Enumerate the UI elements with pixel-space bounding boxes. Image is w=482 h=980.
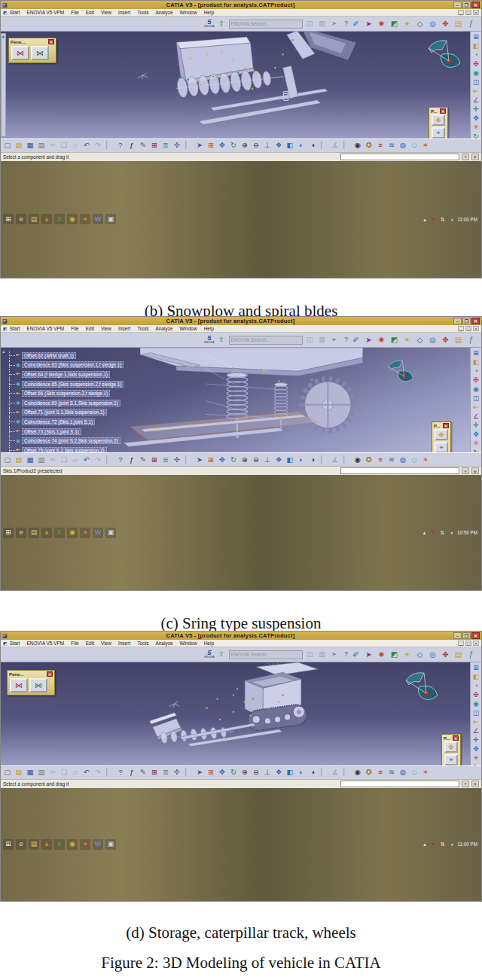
magnifier-icon[interactable]: ◎: [428, 19, 438, 29]
smart-move-icon[interactable]: ✥: [471, 115, 481, 122]
menu-analyze[interactable]: Analyze: [155, 641, 172, 646]
menu-tools[interactable]: Tools: [137, 326, 148, 331]
toolbar-divider[interactable]: ▏: [104, 768, 114, 778]
excel-icon[interactable]: X: [54, 214, 65, 224]
tree-item-constraint[interactable]: ⇤ Offset.75 (joint S.2,Skis suspension.2…: [5, 446, 174, 452]
minimize-button[interactable]: –: [453, 2, 462, 8]
formula-icon[interactable]: ƒ: [127, 455, 137, 464]
tray-volume-icon[interactable]: ◖: [449, 840, 456, 848]
fly-through-icon[interactable]: ➤: [364, 19, 374, 29]
firefox-icon[interactable]: ●: [80, 839, 90, 850]
chrome-icon[interactable]: ◉: [67, 839, 78, 850]
menu-view[interactable]: View: [101, 10, 111, 15]
swap-space-icon[interactable]: ◑: [307, 141, 318, 151]
compass-tool-icon[interactable]: ✥: [441, 19, 450, 29]
coincidence-constraint-icon[interactable]: ◉: [471, 386, 481, 393]
tray-volume-icon[interactable]: ◖: [448, 528, 455, 537]
component-icon[interactable]: ◧: [471, 674, 481, 680]
mdi-minimize-icon[interactable]: ▁: [458, 326, 464, 331]
menu-enovia-v5-vpm[interactable]: ENOVIA V5 VPM: [26, 326, 64, 331]
menu-file[interactable]: File: [71, 641, 78, 646]
mdi-minimize-icon[interactable]: ▁: [458, 10, 464, 15]
copy-icon[interactable]: ❏: [59, 455, 69, 464]
3d-compass[interactable]: [385, 358, 416, 385]
compass-tool-icon[interactable]: ✥: [441, 650, 450, 659]
move-icon[interactable]: ✥: [432, 114, 445, 126]
update-icon[interactable]: ↻: [471, 449, 481, 452]
knowledge-icon[interactable]: ƒ: [466, 19, 476, 29]
tree-item-constraint[interactable]: ◉ Coincidence.72 (Skis.1,joint S.1): [5, 417, 174, 427]
word-icon[interactable]: W: [93, 214, 103, 224]
close-icon[interactable]: ✕: [47, 671, 53, 677]
structure-icon[interactable]: ≣: [160, 768, 171, 778]
ie-browser-icon[interactable]: e: [16, 528, 26, 538]
quick-view-icon[interactable]: ◧: [285, 141, 295, 151]
catia-taskbar-icon[interactable]: ▣: [105, 839, 116, 850]
enovia-query-icon[interactable]: ◫: [305, 335, 315, 345]
minimize-button[interactable]: –: [453, 632, 462, 639]
quick-view-icon[interactable]: ◧: [285, 768, 295, 778]
media-player-icon[interactable]: ▲: [41, 839, 52, 850]
menu-file[interactable]: File: [71, 10, 78, 15]
signal-icon[interactable]: ≋: [386, 455, 397, 464]
menu-window[interactable]: Window: [180, 641, 197, 646]
enovia-query-icon[interactable]: ◫: [305, 650, 315, 659]
file-explorer-icon[interactable]: ▤: [29, 528, 39, 538]
fix-constraint-icon[interactable]: ✠: [471, 692, 481, 698]
tree-item-constraint[interactable]: ◉ Coincidence.65 (Skis suspension.2,f sl…: [5, 379, 174, 389]
paste-icon[interactable]: ▱: [70, 141, 81, 151]
light-icon[interactable]: ✦: [402, 335, 412, 345]
measure-icon[interactable]: ∡: [330, 768, 340, 778]
workbench-shelf-icon[interactable]: ≡: [375, 768, 386, 778]
ie-browser-icon[interactable]: e: [16, 214, 26, 224]
toolbar-divider[interactable]: ▏: [104, 455, 114, 464]
zoom-out-icon[interactable]: ⊖: [251, 141, 261, 151]
fix-constraint-icon[interactable]: ✠: [471, 61, 481, 68]
new-document-icon[interactable]: ▢: [2, 455, 13, 464]
tree-item-constraint[interactable]: ◉ Coincidence.63 (Skis suspension.1,f sl…: [5, 361, 174, 370]
undo-icon[interactable]: ↶: [81, 455, 92, 464]
restore-button[interactable]: ❐: [462, 632, 471, 639]
print-icon[interactable]: ▥: [36, 455, 47, 464]
camera-icon[interactable]: ◉: [352, 455, 363, 464]
word-icon[interactable]: W: [93, 528, 103, 538]
part-icon[interactable]: ◔: [471, 368, 481, 375]
mdi-close-icon[interactable]: ✕: [473, 326, 479, 331]
chrome-icon[interactable]: ◉: [67, 528, 78, 538]
input-dropdown-icon[interactable]: ▾: [462, 467, 469, 474]
whats-this-icon[interactable]: ?: [115, 455, 126, 464]
product-node-icon[interactable]: ⊞: [471, 665, 481, 671]
toolbar-divider[interactable]: ▏: [341, 141, 352, 151]
enovia-search-input[interactable]: ENOVIA Search...: [229, 336, 303, 345]
mdi-restore-icon[interactable]: ▢: [465, 10, 471, 15]
penetration-result-icon[interactable]: ⋈: [31, 46, 49, 60]
restore-button[interactable]: ❐: [462, 318, 471, 324]
rotate-icon[interactable]: ↻: [228, 141, 239, 151]
cut-icon[interactable]: ✂: [47, 768, 58, 778]
material-icon[interactable]: ◩: [389, 335, 399, 345]
save-icon[interactable]: ▦: [25, 768, 35, 778]
close-icon[interactable]: ✕: [440, 108, 446, 114]
enovia-basket-icon[interactable]: ▥: [317, 19, 327, 29]
mannequin-icon[interactable]: ✣: [172, 455, 182, 464]
status-tool-icon[interactable]: ◆: [471, 781, 479, 787]
catia-taskbar-icon[interactable]: ▣: [105, 528, 116, 538]
open-icon[interactable]: ▤: [14, 141, 24, 151]
paint-brush-icon[interactable]: ✐: [351, 19, 361, 29]
light-icon[interactable]: ✦: [402, 19, 412, 29]
close-button[interactable]: ✕: [471, 2, 480, 8]
annotation-icon[interactable]: ✎: [138, 455, 148, 464]
swap-space-icon[interactable]: ◑: [307, 768, 318, 778]
paste-icon[interactable]: ▱: [70, 455, 81, 464]
menu-window[interactable]: Window: [180, 10, 197, 15]
smart-move-icon[interactable]: ✥: [471, 431, 481, 438]
menu-help[interactable]: Help: [204, 10, 214, 15]
tray-volume-icon[interactable]: ◖: [449, 215, 456, 224]
light-icon[interactable]: ✦: [402, 650, 412, 659]
measure-icon[interactable]: ∡: [330, 455, 340, 464]
signal-icon[interactable]: ≋: [386, 141, 397, 151]
tray-network-icon[interactable]: ⇅: [439, 528, 446, 537]
pointer-icon[interactable]: ➣: [329, 19, 339, 29]
smart-move-icon[interactable]: ✥: [471, 746, 481, 753]
tree-item-constraint[interactable]: ◉ Coincidence.74 (joint S.2,Skis suspens…: [5, 436, 174, 446]
